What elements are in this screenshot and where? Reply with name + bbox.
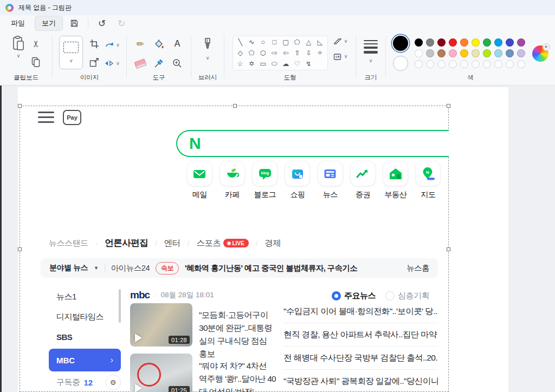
service-realestate[interactable]: 부동산 [379, 161, 412, 200]
service-mail[interactable]: 메일 [183, 161, 216, 200]
shape-outline-button[interactable]: ∨ [333, 38, 348, 45]
news-home-link[interactable]: 뉴스홈 [406, 263, 429, 273]
tab-economy[interactable]: 경제 [264, 238, 281, 249]
service-map[interactable]: N 지도 [412, 161, 444, 200]
category-dropdown[interactable]: 분야별 뉴스 [49, 263, 88, 273]
custom-color-slot[interactable] [517, 60, 525, 68]
resize-button[interactable] [89, 57, 99, 67]
selection-handle[interactable] [18, 104, 22, 108]
palette-color[interactable] [437, 38, 446, 47]
mbc-logo[interactable]: mbc [130, 289, 150, 301]
crop-button[interactable] [89, 39, 99, 49]
eraser-tool[interactable] [132, 56, 149, 70]
video-thumbnail[interactable]: 01:25 [130, 354, 192, 392]
color2-swatch[interactable] [393, 56, 408, 71]
naver-pay-icon[interactable]: Pay [63, 110, 81, 125]
selection-handle[interactable] [447, 247, 450, 251]
palette-color[interactable] [506, 49, 514, 57]
custom-color-slot[interactable] [437, 60, 446, 68]
shape-right-triangle[interactable]: ◺ [317, 39, 322, 46]
palette-color[interactable] [483, 38, 491, 47]
shape-rectangle[interactable]: □ [272, 39, 276, 46]
shape-cloud-callout[interactable]: ☁ [282, 61, 289, 68]
tab-sports[interactable]: 스포츠 LIVE [196, 238, 248, 249]
service-news[interactable]: 뉴스 [314, 161, 346, 200]
shape-four-point-star[interactable]: ✧ [317, 50, 322, 57]
custom-color-slot[interactable] [449, 60, 457, 68]
text-tool[interactable]: A [169, 37, 185, 51]
shape-hexagon[interactable]: ⬡ [260, 50, 266, 57]
sidebar-scrollbar[interactable] [119, 289, 121, 323]
shape-diamond[interactable]: ◇ [237, 50, 243, 57]
flip-button[interactable]: ∨ [105, 57, 120, 69]
undo-button[interactable]: ↺ [94, 17, 110, 30]
shape-fill-button[interactable]: ∨ [333, 53, 348, 61]
size-button[interactable]: ∨ [364, 36, 378, 63]
tab-enter[interactable]: 엔터 [164, 238, 180, 249]
selection-handle[interactable] [233, 104, 237, 108]
tab-press-edit[interactable]: 언론사편집 [105, 237, 148, 249]
shape-curve[interactable]: ∿ [249, 39, 254, 46]
video-thumbnail[interactable]: 01:28 [130, 303, 192, 347]
tab-newsstand[interactable]: 뉴스스탠드 [49, 238, 88, 249]
shape-triangle[interactable]: △ [306, 39, 311, 46]
palette-color[interactable] [517, 38, 525, 47]
palette-color[interactable] [472, 49, 480, 57]
palette-color[interactable] [449, 38, 457, 47]
palette-color[interactable] [426, 49, 434, 57]
palette-color[interactable] [437, 49, 446, 57]
breaking-headline[interactable]: '혜화역 흉기난동' 예고 중국인 불법체류자, 구속기소 [185, 263, 401, 273]
paste-button[interactable]: ∨ [12, 36, 25, 58]
palette-color[interactable] [426, 38, 434, 47]
custom-color-slot[interactable] [506, 60, 514, 68]
settings-button[interactable]: ⚙ [105, 375, 121, 390]
search-input[interactable]: N [176, 130, 449, 157]
shape-heart[interactable]: ♡ [294, 61, 300, 68]
custom-color-slot[interactable] [460, 60, 468, 68]
headline-item[interactable]: "국방장관 사퇴" 광복회장 일갈에.."당신이나... [283, 369, 438, 392]
pencil-tool[interactable]: ✏ [132, 37, 149, 51]
service-blog[interactable]: blog 블로그 [249, 161, 281, 200]
selection-handle[interactable] [447, 104, 450, 108]
selection-handle[interactable] [18, 247, 22, 251]
palette-color[interactable] [415, 49, 423, 57]
sidebar-item-news1[interactable]: 뉴스1 [49, 287, 121, 307]
shape-pentagon[interactable]: ⬠ [249, 50, 255, 57]
palette-color[interactable] [460, 49, 468, 57]
file-menu[interactable]: 파일 [4, 16, 31, 30]
service-cafe[interactable]: 카페 [216, 161, 248, 200]
headline-item[interactable]: 전 해병대 수사단장 국방부 검찰단 출석..20... [283, 346, 438, 369]
fill-tool[interactable] [151, 37, 167, 51]
custom-color-slot[interactable] [483, 60, 491, 68]
custom-color-slot[interactable] [494, 60, 502, 68]
headline-item[interactable]: "수입금지 이어 불매·항의전화"..'보이콧' 당... [283, 300, 438, 323]
shape-polygon[interactable]: ⬠ [294, 39, 300, 46]
video-headline[interactable]: "모듬회·고등어구이 30분에 완판"..대통령실의 구내식당 점심 홍보 [199, 309, 276, 361]
hamburger-menu-icon[interactable] [38, 112, 54, 123]
palette-color[interactable] [415, 38, 423, 47]
custom-color-slot[interactable] [472, 60, 480, 68]
palette-color[interactable] [483, 49, 491, 57]
shape-down-arrow[interactable]: ⇩ [306, 50, 311, 57]
save-button[interactable] [66, 17, 82, 30]
custom-color-slot[interactable] [426, 60, 434, 68]
cut-button[interactable]: ✂ [31, 39, 41, 48]
color1-swatch[interactable] [393, 36, 408, 51]
shape-oval-callout[interactable]: ⬭ [272, 61, 278, 68]
color-picker-tool[interactable] [151, 56, 167, 70]
shape-rounded-rectangle[interactable]: ▢ [282, 39, 289, 46]
shape-six-point-star[interactable]: ✡ [249, 61, 254, 68]
shape-left-arrow[interactable]: ⇦ [283, 50, 288, 57]
sidebar-item-digitaltimes[interactable]: 디지털타임스 [49, 307, 121, 327]
custom-color-slot[interactable] [415, 60, 423, 68]
palette-color[interactable] [460, 38, 468, 47]
sidebar-item-mbc-selected[interactable]: MBC › [49, 349, 121, 371]
shape-five-point-star[interactable]: ☆ [237, 61, 243, 68]
palette-color[interactable] [472, 38, 480, 47]
palette-color[interactable] [494, 38, 502, 47]
video-headline[interactable]: "뭐야 저 차?" 4차선 역주행 '쾅!'..달아난 40대 여성의 '반전' [199, 360, 276, 392]
redo-button[interactable]: ↻ [113, 17, 130, 30]
shape-line[interactable]: ╲ [238, 39, 242, 46]
select-button[interactable]: ∨ [59, 36, 83, 69]
palette-color[interactable] [517, 49, 525, 57]
